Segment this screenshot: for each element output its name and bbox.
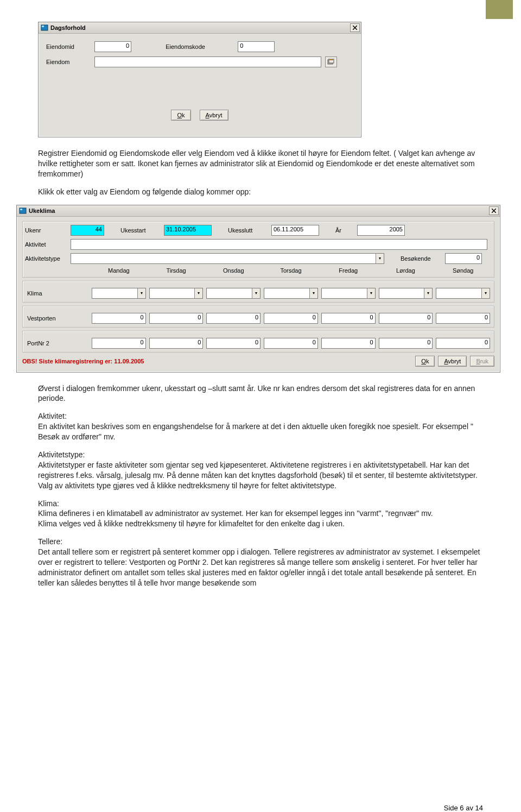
svg-rect-4 bbox=[329, 59, 333, 60]
app-icon bbox=[41, 24, 48, 32]
dialog-dagsforhold: Dagsforhold Eiendomid 0 Eiendomskode 0 E… bbox=[38, 22, 361, 137]
label-ukesstart: Ukesstart bbox=[120, 227, 158, 234]
portnr2-panel: PortNr 2 0 0 0 0 0 0 0 bbox=[22, 331, 494, 353]
input-ukenr[interactable]: 44 bbox=[71, 225, 104, 236]
select-klima-thu[interactable]: ▾ bbox=[264, 288, 318, 299]
paragraph: Det antall tellere som er registrert på … bbox=[38, 547, 483, 588]
value-besokende: 0 bbox=[445, 253, 482, 264]
chevron-down-icon: ▾ bbox=[252, 288, 260, 298]
select-klima-sun[interactable]: ▾ bbox=[436, 288, 490, 299]
paragraph: En aktivitet kan beskrives som en engang… bbox=[38, 421, 483, 442]
input-vestporten-sat[interactable]: 0 bbox=[379, 313, 433, 324]
dialog-title: Ukeklima bbox=[29, 207, 55, 214]
klima-panel: Klima ▾ ▾ ▾ ▾ ▾ ▾ ▾ bbox=[22, 281, 494, 303]
input-portnr2-sun[interactable]: 0 bbox=[436, 338, 490, 349]
heading-aktivitet: Aktivitet: bbox=[38, 411, 483, 421]
chevron-down-icon: ▾ bbox=[481, 288, 490, 298]
chevron-down-icon: ▾ bbox=[194, 288, 202, 298]
paragraph: Registrer Eiendomid og Eiendomskode elle… bbox=[38, 148, 483, 179]
paragraph: Klima defineres i en klimatabell av admi… bbox=[38, 508, 483, 519]
day-header: Fredag bbox=[320, 267, 377, 274]
chevron-down-icon: ▾ bbox=[376, 254, 384, 263]
label-klima: Klima bbox=[25, 290, 90, 297]
paragraph: Klima velges ved å klikke nedtrekksmeny … bbox=[38, 519, 483, 529]
label-eiendom: Eiendom bbox=[46, 59, 93, 65]
input-portnr2-thu[interactable]: 0 bbox=[264, 338, 318, 349]
titlebar: Ukeklima bbox=[17, 205, 500, 217]
avbryt-button[interactable]: Avbryt bbox=[438, 356, 467, 367]
titlebar: Dagsforhold bbox=[39, 22, 361, 34]
vestporten-panel: Vestporten 0 0 0 0 0 0 0 bbox=[22, 306, 494, 328]
close-button[interactable] bbox=[489, 206, 499, 215]
input-portnr2-wed[interactable]: 0 bbox=[206, 338, 260, 349]
select-aktivitetstype[interactable]: ▾ bbox=[71, 253, 384, 264]
input-vestporten-thu[interactable]: 0 bbox=[264, 313, 318, 324]
input-vestporten-fri[interactable]: 0 bbox=[321, 313, 376, 324]
input-vestporten-mon[interactable]: 0 bbox=[92, 313, 146, 324]
app-icon bbox=[19, 207, 27, 215]
select-klima-fri[interactable]: ▾ bbox=[321, 288, 376, 299]
input-vestporten-sun[interactable]: 0 bbox=[436, 313, 490, 324]
input-portnr2-tue[interactable]: 0 bbox=[149, 338, 204, 349]
avbryt-button[interactable]: Avbryt bbox=[200, 110, 228, 121]
chevron-down-icon: ▾ bbox=[309, 288, 317, 298]
ok-button[interactable]: Ok bbox=[171, 110, 190, 121]
svg-rect-1 bbox=[42, 26, 44, 27]
obs-text: OBS! Siste klimaregistrering er: 11.09.2… bbox=[22, 358, 144, 364]
dialog-title: Dagsforhold bbox=[50, 24, 86, 31]
chevron-down-icon: ▾ bbox=[367, 288, 375, 298]
svg-rect-6 bbox=[20, 209, 22, 210]
day-header: Lørdag bbox=[377, 267, 435, 274]
label-eiendomskode: Eiendomskode bbox=[166, 43, 236, 50]
label-vestporten: Vestporten bbox=[25, 315, 90, 322]
label-ukesslutt: Ukesslutt bbox=[228, 227, 266, 234]
heading-klima: Klima: bbox=[38, 499, 483, 509]
day-header: Mandag bbox=[90, 267, 148, 274]
day-header: Torsdag bbox=[262, 267, 320, 274]
value-ar: 2005 bbox=[357, 225, 405, 236]
input-portnr2-mon[interactable]: 0 bbox=[92, 338, 146, 349]
label-besokende: Besøkende bbox=[401, 255, 440, 262]
day-header: Søndag bbox=[434, 267, 492, 274]
label-aktivitet: Aktivitet bbox=[25, 241, 65, 248]
close-button[interactable] bbox=[350, 23, 360, 32]
select-klima-mon[interactable]: ▾ bbox=[92, 288, 146, 299]
input-portnr2-sat[interactable]: 0 bbox=[379, 338, 433, 349]
label-eiendomid: Eiendomid bbox=[46, 43, 93, 50]
input-vestporten-wed[interactable]: 0 bbox=[206, 313, 260, 324]
day-header: Tirsdag bbox=[148, 267, 205, 274]
paragraph: Øverst i dialogen fremkommer ukenr, ukes… bbox=[38, 383, 483, 404]
input-eiendomskode[interactable]: 0 bbox=[238, 41, 275, 52]
label-ukenr: Ukenr bbox=[25, 227, 65, 234]
select-klima-tue[interactable]: ▾ bbox=[149, 288, 204, 299]
chevron-down-icon: ▾ bbox=[137, 288, 145, 298]
paragraph: Klikk ok etter valg av Eiendom og følgen… bbox=[38, 187, 483, 197]
bruk-button[interactable]: Bruk bbox=[470, 356, 494, 367]
page-color-badge bbox=[486, 0, 513, 19]
lookup-eiendom-button[interactable] bbox=[325, 56, 337, 67]
input-vestporten-tue[interactable]: 0 bbox=[149, 313, 204, 324]
label-aktivitetstype: Aktivitetstype bbox=[25, 255, 65, 262]
heading-aktivitetstype: Aktivitetstype: bbox=[38, 450, 483, 460]
select-klima-sat[interactable]: ▾ bbox=[379, 288, 433, 299]
label-ar: År bbox=[335, 227, 352, 234]
chevron-down-icon: ▾ bbox=[424, 288, 432, 298]
day-header-row: Mandag Tirsdag Onsdag Torsdag Fredag Lør… bbox=[25, 267, 492, 274]
summary-panel: Ukenr 44 Ukesstart 31.10.2005 Ukesslutt … bbox=[22, 221, 494, 278]
input-eiendomid[interactable]: 0 bbox=[94, 41, 131, 52]
value-ukesslutt: 06.11.2005 bbox=[271, 225, 319, 236]
ok-button[interactable]: Ok bbox=[415, 356, 435, 367]
heading-tellere: Tellere: bbox=[38, 537, 483, 547]
day-header: Onsdag bbox=[205, 267, 262, 274]
input-aktivitet[interactable] bbox=[71, 239, 487, 250]
label-portnr2: PortNr 2 bbox=[25, 340, 90, 347]
paragraph: Aktivitetstyper er faste aktiviteter som… bbox=[38, 460, 483, 491]
input-eiendom[interactable] bbox=[94, 56, 321, 67]
input-portnr2-fri[interactable]: 0 bbox=[321, 338, 376, 349]
select-klima-wed[interactable]: ▾ bbox=[206, 288, 260, 299]
input-ukesstart[interactable]: 31.10.2005 bbox=[164, 225, 212, 236]
dialog-ukeklima: Ukeklima Ukenr 44 Ukesstart 31.10.2005 U… bbox=[16, 205, 500, 373]
